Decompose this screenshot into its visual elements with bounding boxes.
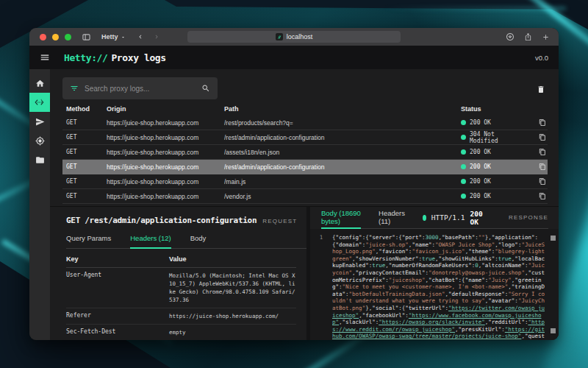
share-icon[interactable]: [524, 32, 532, 41]
tab-response-headers[interactable]: Headers (11): [379, 207, 405, 229]
send-icon: [35, 117, 45, 127]
table-row-selected[interactable]: GET https://juice-shop.herokuapp.com /re…: [62, 160, 548, 174]
column-key: Key: [66, 249, 169, 268]
copy-icon: [539, 118, 546, 127]
column-method: Method: [66, 105, 107, 113]
cell-method: GET: [66, 178, 107, 185]
table-row[interactable]: GET https://juice-shop.herokuapp.com /re…: [62, 130, 548, 145]
scrollbar-thumb[interactable]: [551, 328, 556, 333]
tab-query-params[interactable]: Query Params: [66, 234, 111, 249]
app-header: Hetty://Proxy logs v0.0: [29, 46, 559, 69]
status-text: 200 OK: [470, 193, 491, 199]
column-value: Value: [169, 249, 296, 268]
status-text: 200 OK: [470, 149, 491, 155]
cell-origin: https://juice-shop.herokuapp.com: [107, 163, 224, 171]
address-url: localhost: [287, 33, 313, 40]
cell-path: /vendor.js: [224, 193, 461, 200]
browser-sidebar-toggle-icon[interactable]: [82, 33, 91, 41]
copy-button[interactable]: [539, 118, 548, 127]
code-icon: [35, 97, 45, 107]
log-table-header: Method Origin Path Status: [62, 102, 548, 116]
browser-toolbar: Hetty localhost: [29, 28, 559, 46]
cell-method: GET: [66, 193, 107, 199]
copy-icon: [539, 148, 546, 156]
downloads-icon[interactable]: [506, 32, 514, 41]
search-input[interactable]: [83, 84, 197, 93]
table-row[interactable]: GET https://juice-shop.herokuapp.com /ma…: [62, 174, 548, 189]
cell-method: GET: [66, 149, 107, 155]
home-icon: [35, 79, 45, 88]
cell-method: GET: [66, 119, 107, 126]
column-path: Path: [224, 105, 461, 113]
column-origin: Origin: [107, 105, 224, 113]
tab-response-body[interactable]: Body (18690 bytes): [321, 207, 361, 229]
copy-button[interactable]: [539, 177, 548, 185]
request-title: GET /rest/admin/application-configuratio…: [66, 216, 257, 225]
copy-icon: [539, 163, 546, 171]
cell-origin: https://juice-shop.herokuapp.com: [107, 193, 224, 200]
request-headers-table: Key Value User-Agent Mozilla/5.0 (Macint…: [50, 249, 306, 340]
page-title-text: Proxy logs: [111, 52, 165, 63]
header-key: User-Agent: [66, 268, 169, 308]
cell-path: /assets/i18n/en.json: [224, 149, 461, 156]
scrollbar-thumb[interactable]: [551, 236, 556, 241]
app-body: Method Origin Path Status GET https://ju…: [29, 69, 559, 340]
search-icon[interactable]: [201, 84, 210, 93]
header-key: Referer: [66, 308, 169, 325]
sidebar-item-proxy-logs[interactable]: [29, 93, 50, 112]
status-text: 200 OK: [470, 178, 491, 185]
status-dot: [461, 135, 466, 140]
trash-icon: [537, 85, 545, 94]
window-controls: [40, 34, 71, 40]
cell-origin: https://juice-shop.herokuapp.com: [107, 149, 224, 156]
response-body-code: {"config":{"server":{"port":3000,"basePa…: [332, 229, 559, 340]
browser-app-menu[interactable]: Hetty: [101, 33, 126, 40]
tab-headers[interactable]: Headers (12): [130, 234, 171, 249]
brand-text: Hetty://: [64, 52, 107, 63]
new-tab-icon[interactable]: [542, 33, 550, 41]
table-row[interactable]: GET https://juice-shop.herokuapp.com /as…: [62, 145, 548, 160]
cell-path: /rest/admin/application-configuration: [224, 163, 461, 171]
copy-icon: [539, 192, 546, 200]
cell-method: GET: [66, 134, 107, 141]
sidebar-item-projects[interactable]: [29, 150, 50, 169]
sidebar-item-scope[interactable]: [29, 131, 50, 150]
cell-status: 304 Not Modified: [461, 131, 521, 144]
chevron-down-icon: [121, 35, 126, 40]
forward-icon[interactable]: [153, 33, 160, 40]
copy-button[interactable]: [539, 163, 548, 171]
cell-status: 200 OK: [461, 119, 521, 126]
response-body-viewer[interactable]: 1 {"config":{"server":{"port":3000,"base…: [310, 229, 559, 340]
response-protocol: HTTP/1.1: [431, 213, 465, 222]
close-window-button[interactable]: [40, 34, 46, 40]
zoom-window-button[interactable]: [65, 34, 71, 40]
copy-button[interactable]: [539, 133, 548, 141]
table-row[interactable]: GET https://juice-shop.herokuapp.com /re…: [62, 116, 548, 130]
back-icon[interactable]: [137, 33, 144, 40]
cell-path: /main.js: [224, 178, 461, 185]
table-row[interactable]: GET https://juice-shop.herokuapp.com /ve…: [62, 189, 548, 204]
cell-status: 200 OK: [461, 163, 521, 170]
status-text: 200 OK: [470, 163, 491, 170]
minimize-window-button[interactable]: [52, 34, 59, 40]
clear-logs-button[interactable]: [537, 85, 545, 94]
menu-icon[interactable]: [40, 52, 50, 63]
header-value: Mozilla/5.0 (Macintosh; Intel Mac OS X 1…: [169, 268, 296, 308]
address-bar[interactable]: localhost: [187, 31, 401, 43]
cell-status: 200 OK: [461, 149, 521, 155]
wallpaper-glow: [382, 7, 566, 10]
status-text: 200 OK: [470, 119, 491, 126]
sidebar-item-sender[interactable]: [29, 112, 50, 131]
search-box: [62, 77, 218, 99]
header-value: https://juice-shop.herokuapp.com/: [169, 308, 296, 325]
request-tabs: Query Params Headers (12) Body: [66, 234, 306, 249]
status-dot: [461, 164, 466, 169]
copy-button[interactable]: [539, 192, 548, 200]
cell-origin: https://juice-shop.herokuapp.com: [107, 178, 224, 185]
filter-icon[interactable]: [70, 84, 79, 93]
cell-status: 200 OK: [461, 178, 521, 185]
tab-body[interactable]: Body: [190, 234, 207, 249]
browser-actions: [506, 32, 550, 41]
sidebar-item-home[interactable]: [29, 74, 50, 93]
copy-button[interactable]: [539, 148, 548, 156]
